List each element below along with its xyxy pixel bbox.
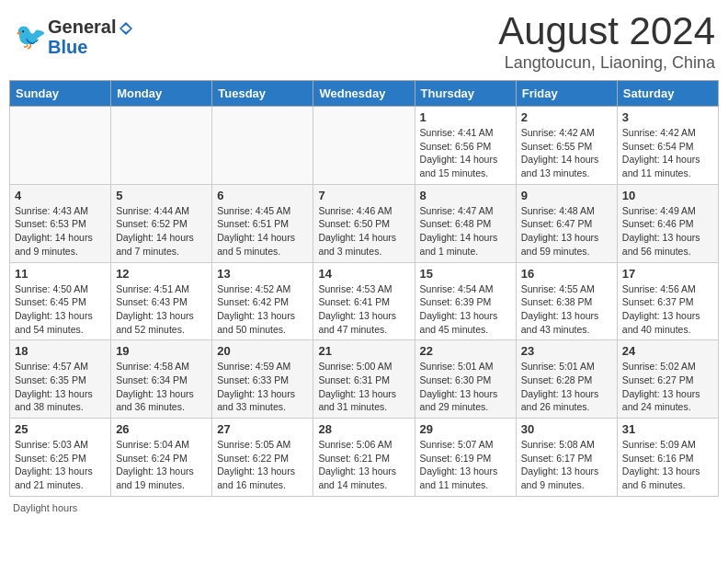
day-number: 14 [318,267,409,281]
day-info: Sunrise: 4:49 AM Sunset: 6:46 PM Dayligh… [622,204,713,259]
day-info: Sunrise: 5:07 AM Sunset: 6:19 PM Dayligh… [420,438,511,492]
month-title: August 2024 [498,9,715,53]
calendar-cell: 16Sunrise: 4:55 AM Sunset: 6:38 PM Dayli… [516,262,617,340]
logo-text: General [48,17,134,37]
day-number: 3 [622,110,713,124]
title-section: August 2024 Langtoucun, Liaoning, China [498,9,715,73]
day-number: 27 [217,422,308,436]
day-info: Sunrise: 4:42 AM Sunset: 6:54 PM Dayligh… [622,126,713,180]
day-info: Sunrise: 4:45 AM Sunset: 6:51 PM Dayligh… [217,204,308,259]
day-number: 12 [116,267,207,281]
calendar-week-4: 18Sunrise: 4:57 AM Sunset: 6:35 PM Dayli… [10,340,719,419]
calendar-cell: 8Sunrise: 4:47 AM Sunset: 6:48 PM Daylig… [415,184,516,262]
day-header-thursday: Thursday [415,81,516,107]
day-info: Sunrise: 4:42 AM Sunset: 6:55 PM Dayligh… [521,126,612,180]
day-info: Sunrise: 4:54 AM Sunset: 6:39 PM Dayligh… [420,282,511,337]
day-header-sunday: Sunday [10,81,111,107]
day-info: Sunrise: 4:59 AM Sunset: 6:33 PM Dayligh… [217,360,308,414]
day-number: 20 [217,344,308,358]
location-title: Langtoucun, Liaoning, China [498,53,715,73]
day-header-saturday: Saturday [617,81,718,107]
day-info: Sunrise: 4:53 AM Sunset: 6:41 PM Dayligh… [318,282,409,337]
page-header: 🐦 General Blue August 2024 Langtoucun, L… [9,9,719,73]
calendar-cell [212,107,313,185]
day-number: 8 [420,189,511,202]
day-info: Sunrise: 5:08 AM Sunset: 6:17 PM Dayligh… [521,438,612,492]
calendar-week-3: 11Sunrise: 4:50 AM Sunset: 6:45 PM Dayli… [10,262,719,340]
day-number: 29 [420,422,511,436]
calendar-cell: 6Sunrise: 4:45 AM Sunset: 6:51 PM Daylig… [212,184,313,262]
daylight-label: Daylight hours [13,502,77,513]
day-info: Sunrise: 4:58 AM Sunset: 6:34 PM Dayligh… [116,360,207,414]
day-number: 17 [622,267,713,281]
calendar-cell: 13Sunrise: 4:52 AM Sunset: 6:42 PM Dayli… [212,262,313,340]
day-number: 24 [622,344,713,358]
day-info: Sunrise: 5:00 AM Sunset: 6:31 PM Dayligh… [318,360,409,414]
day-number: 4 [15,189,106,202]
calendar-cell: 12Sunrise: 4:51 AM Sunset: 6:43 PM Dayli… [111,262,212,340]
day-info: Sunrise: 4:51 AM Sunset: 6:43 PM Dayligh… [116,282,207,337]
day-number: 15 [420,267,511,281]
day-info: Sunrise: 5:01 AM Sunset: 6:28 PM Dayligh… [521,360,612,414]
calendar-cell: 2Sunrise: 4:42 AM Sunset: 6:55 PM Daylig… [516,107,617,185]
day-number: 30 [521,422,612,436]
calendar-cell: 11Sunrise: 4:50 AM Sunset: 6:45 PM Dayli… [10,262,111,340]
calendar-cell: 9Sunrise: 4:48 AM Sunset: 6:47 PM Daylig… [516,184,617,262]
day-header-monday: Monday [111,81,212,107]
day-number: 6 [217,189,308,202]
day-number: 5 [116,189,207,202]
calendar-table: SundayMondayTuesdayWednesdayThursdayFrid… [9,80,719,497]
day-info: Sunrise: 5:06 AM Sunset: 6:21 PM Dayligh… [318,438,409,492]
calendar-cell: 1Sunrise: 4:41 AM Sunset: 6:56 PM Daylig… [415,107,516,185]
day-number: 11 [15,267,106,281]
day-header-tuesday: Tuesday [212,81,313,107]
calendar-cell [111,107,212,185]
calendar-cell: 10Sunrise: 4:49 AM Sunset: 6:46 PM Dayli… [617,184,718,262]
day-number: 31 [622,422,713,436]
day-info: Sunrise: 5:02 AM Sunset: 6:27 PM Dayligh… [622,360,713,414]
day-info: Sunrise: 4:57 AM Sunset: 6:35 PM Dayligh… [15,360,106,414]
day-info: Sunrise: 5:04 AM Sunset: 6:24 PM Dayligh… [116,438,207,492]
day-number: 22 [420,344,511,358]
calendar-cell: 19Sunrise: 4:58 AM Sunset: 6:34 PM Dayli… [111,340,212,419]
day-number: 1 [420,110,511,124]
day-number: 18 [15,344,106,358]
day-info: Sunrise: 4:55 AM Sunset: 6:38 PM Dayligh… [521,282,612,337]
day-info: Sunrise: 4:48 AM Sunset: 6:47 PM Dayligh… [521,204,612,259]
day-info: Sunrise: 4:56 AM Sunset: 6:37 PM Dayligh… [622,282,713,337]
calendar-cell: 24Sunrise: 5:02 AM Sunset: 6:27 PM Dayli… [617,340,718,419]
calendar-cell [313,107,415,185]
calendar-cell: 31Sunrise: 5:09 AM Sunset: 6:16 PM Dayli… [617,419,718,497]
calendar-cell: 15Sunrise: 4:54 AM Sunset: 6:39 PM Dayli… [415,262,516,340]
calendar-cell: 29Sunrise: 5:07 AM Sunset: 6:19 PM Dayli… [415,419,516,497]
calendar-cell: 20Sunrise: 4:59 AM Sunset: 6:33 PM Dayli… [212,340,313,419]
calendar-cell: 27Sunrise: 5:05 AM Sunset: 6:22 PM Dayli… [212,419,313,497]
day-info: Sunrise: 4:52 AM Sunset: 6:42 PM Dayligh… [217,282,308,337]
day-number: 16 [521,267,612,281]
calendar-cell: 28Sunrise: 5:06 AM Sunset: 6:21 PM Dayli… [313,419,415,497]
calendar-cell: 26Sunrise: 5:04 AM Sunset: 6:24 PM Dayli… [111,419,212,497]
calendar-cell: 14Sunrise: 4:53 AM Sunset: 6:41 PM Dayli… [313,262,415,340]
day-number: 19 [116,344,207,358]
calendar-header-row: SundayMondayTuesdayWednesdayThursdayFrid… [10,81,719,107]
calendar-cell: 5Sunrise: 4:44 AM Sunset: 6:52 PM Daylig… [111,184,212,262]
calendar-week-5: 25Sunrise: 5:03 AM Sunset: 6:25 PM Dayli… [10,419,719,497]
day-info: Sunrise: 4:44 AM Sunset: 6:52 PM Dayligh… [116,204,207,259]
calendar-cell: 21Sunrise: 5:00 AM Sunset: 6:31 PM Dayli… [313,340,415,419]
day-info: Sunrise: 5:05 AM Sunset: 6:22 PM Dayligh… [217,438,308,492]
day-number: 26 [116,422,207,436]
logo-blue: Blue [48,37,134,57]
footer: Daylight hours [9,502,719,513]
calendar-cell: 7Sunrise: 4:46 AM Sunset: 6:50 PM Daylig… [313,184,415,262]
day-number: 7 [318,189,409,202]
day-header-friday: Friday [516,81,617,107]
day-number: 21 [318,344,409,358]
calendar-cell: 17Sunrise: 4:56 AM Sunset: 6:37 PM Dayli… [617,262,718,340]
day-info: Sunrise: 4:43 AM Sunset: 6:53 PM Dayligh… [15,204,106,259]
calendar-week-2: 4Sunrise: 4:43 AM Sunset: 6:53 PM Daylig… [10,184,719,262]
day-info: Sunrise: 4:50 AM Sunset: 6:45 PM Dayligh… [15,282,106,337]
calendar-cell: 4Sunrise: 4:43 AM Sunset: 6:53 PM Daylig… [10,184,111,262]
day-info: Sunrise: 4:46 AM Sunset: 6:50 PM Dayligh… [318,204,409,259]
day-number: 10 [622,189,713,202]
calendar-week-1: 1Sunrise: 4:41 AM Sunset: 6:56 PM Daylig… [10,107,719,185]
